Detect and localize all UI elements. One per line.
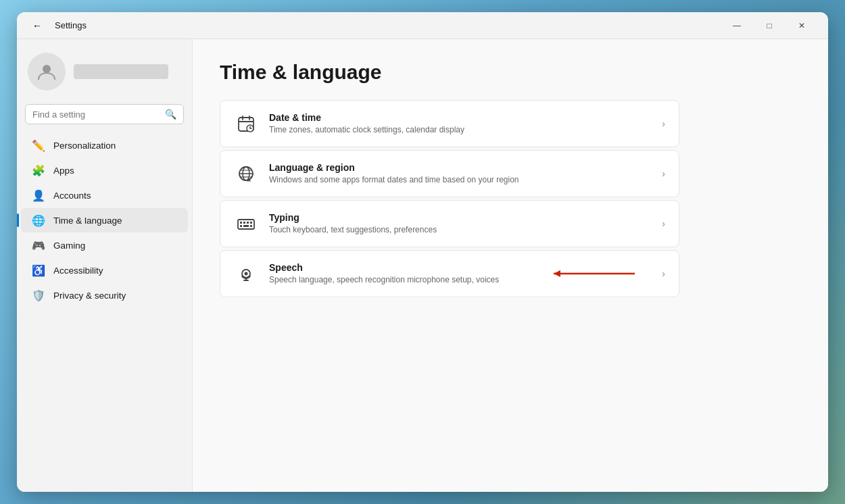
date-time-text: Date & time Time zones, automatic clock … — [269, 112, 651, 136]
sidebar-item-label: Personalization — [53, 141, 116, 151]
gaming-icon: 🎮 — [32, 238, 45, 252]
sidebar-item-privacy-security[interactable]: 🛡️ Privacy & security — [21, 283, 188, 307]
svg-rect-20 — [243, 225, 249, 227]
sidebar-item-label: Accounts — [53, 191, 91, 201]
time-language-icon: 🌐 — [32, 213, 45, 227]
avatar — [28, 53, 66, 91]
user-section — [17, 47, 192, 101]
annotation-arrow — [550, 269, 638, 278]
date-time-desc: Time zones, automatic clock settings, ca… — [269, 124, 651, 136]
settings-item-language-region[interactable]: A Language & region Windows and some app… — [220, 150, 679, 197]
settings-window: ← Settings — □ ✕ — [17, 12, 828, 492]
accounts-icon: 👤 — [32, 188, 45, 202]
search-icon: 🔍 — [165, 109, 176, 120]
maximize-button[interactable]: □ — [754, 15, 785, 36]
settings-item-date-time[interactable]: Date & time Time zones, automatic clock … — [220, 100, 679, 147]
page-title: Time & language — [220, 61, 801, 84]
svg-rect-16 — [243, 222, 245, 224]
main-content: Time & language — [193, 39, 828, 492]
speech-icon — [234, 261, 258, 286]
settings-list: Date & time Time zones, automatic clock … — [220, 100, 679, 297]
settings-item-typing[interactable]: Typing Touch keyboard, text suggestions,… — [220, 200, 679, 247]
svg-rect-15 — [240, 222, 242, 224]
search-box[interactable]: 🔍 — [25, 104, 184, 124]
typing-title: Typing — [269, 212, 651, 223]
chevron-right-icon: › — [662, 218, 665, 229]
user-name-placeholder — [74, 64, 168, 79]
settings-item-speech[interactable]: Speech Speech language, speech recogniti… — [220, 250, 679, 297]
date-time-icon — [234, 111, 258, 136]
typing-text: Typing Touch keyboard, text suggestions,… — [269, 212, 651, 236]
language-region-desc: Windows and some apps format dates and t… — [269, 174, 651, 186]
svg-rect-19 — [240, 225, 242, 227]
chevron-right-icon: › — [662, 268, 665, 279]
window-title: Settings — [55, 20, 87, 30]
personalization-icon: ✏️ — [32, 138, 45, 152]
privacy-security-icon: 🛡️ — [32, 288, 45, 302]
accessibility-icon: ♿ — [32, 263, 45, 277]
window-controls: — □ ✕ — [721, 15, 817, 36]
sidebar-item-label: Gaming — [53, 241, 85, 251]
svg-marker-27 — [554, 270, 560, 277]
sidebar-item-apps[interactable]: 🧩 Apps — [21, 158, 188, 182]
svg-rect-21 — [250, 225, 252, 227]
language-region-title: Language & region — [269, 162, 651, 173]
sidebar: 🔍 ✏️ Personalization 🧩 Apps 👤 Accounts 🌐 — [17, 39, 193, 492]
sidebar-item-accessibility[interactable]: ♿ Accessibility — [21, 258, 188, 282]
language-region-text: Language & region Windows and some apps … — [269, 162, 651, 186]
typing-desc: Touch keyboard, text suggestions, prefer… — [269, 224, 651, 236]
back-button[interactable]: ← — [28, 16, 47, 35]
svg-rect-14 — [238, 220, 254, 229]
chevron-right-icon: › — [662, 168, 665, 179]
svg-point-23 — [245, 272, 248, 276]
chevron-right-icon: › — [662, 118, 665, 129]
sidebar-item-personalization[interactable]: ✏️ Personalization — [21, 133, 188, 157]
svg-text:A: A — [247, 178, 251, 182]
sidebar-item-label: Accessibility — [53, 266, 103, 276]
sidebar-item-time-language[interactable]: 🌐 Time & language — [21, 208, 188, 232]
sidebar-item-label: Time & language — [53, 216, 122, 226]
title-bar: ← Settings — □ ✕ — [17, 12, 828, 39]
close-button[interactable]: ✕ — [786, 15, 817, 36]
svg-rect-17 — [247, 222, 249, 224]
sidebar-item-label: Apps — [53, 166, 74, 176]
content-area: 🔍 ✏️ Personalization 🧩 Apps 👤 Accounts 🌐 — [17, 39, 828, 492]
language-region-icon: A — [234, 161, 258, 186]
search-input[interactable] — [32, 109, 160, 120]
svg-point-0 — [43, 65, 51, 73]
minimize-button[interactable]: — — [721, 15, 752, 36]
sidebar-item-gaming[interactable]: 🎮 Gaming — [21, 233, 188, 257]
nav-list: ✏️ Personalization 🧩 Apps 👤 Accounts 🌐 T… — [17, 132, 192, 308]
svg-rect-18 — [250, 222, 252, 224]
sidebar-item-accounts[interactable]: 👤 Accounts — [21, 183, 188, 207]
typing-icon — [234, 211, 258, 236]
date-time-title: Date & time — [269, 112, 651, 123]
sidebar-item-label: Privacy & security — [53, 291, 126, 301]
apps-icon: 🧩 — [32, 163, 45, 177]
